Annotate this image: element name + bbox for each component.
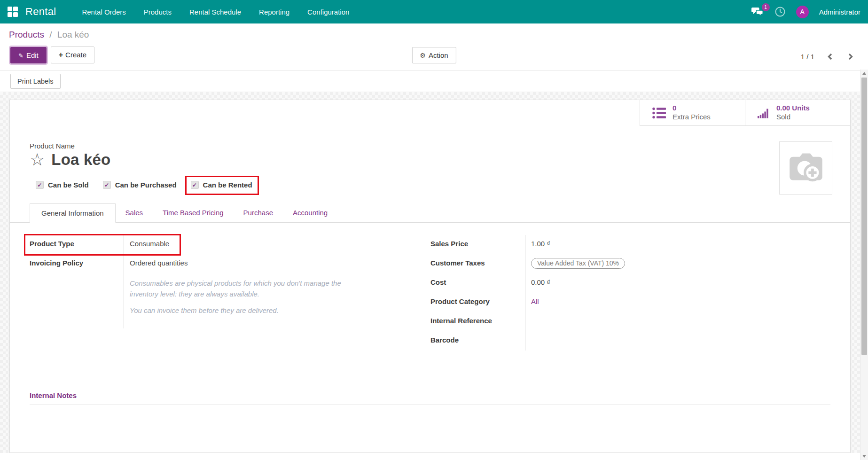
extra-prices-value: 0 [673,104,711,113]
message-count-badge: 1 [762,3,770,11]
product-category-link[interactable]: All [531,297,539,305]
breadcrumb-separator: / [49,30,52,39]
tab-purchase[interactable]: Purchase [234,203,283,223]
pager-prev-button[interactable] [827,53,834,60]
cost-label: Cost [430,273,525,293]
gear-icon: ⚙ [420,52,426,59]
customer-tax-tag[interactable]: Value Added Tax (VAT) 10% [531,258,625,269]
extra-prices-label: Extra Prices [673,113,711,122]
product-category-label: Product Category [430,293,525,312]
page: Rental Rental Orders Products Rental Sch… [0,0,868,460]
activity-clock-icon[interactable] [774,6,786,17]
internal-notes-section: Internal Notes [30,391,830,405]
main-menu: Rental Orders Products Rental Schedule R… [75,1,356,23]
extra-prices-stat-button[interactable]: 0 Extra Prices [640,100,745,126]
breadcrumb-products-link[interactable]: Products [9,30,44,39]
internal-reference-label: Internal Reference [430,312,525,331]
right-field-group: Sales Price 1.00 ₫ Customer Taxes Value … [430,235,705,351]
can-be-sold-option: Can be Sold [36,181,89,189]
notes-divider [30,404,830,405]
breadcrumb-current: Loa kéo [57,30,89,39]
barcode-label: Barcode [430,331,525,351]
units-sold-stat-button[interactable]: 0.00 Units Sold [745,100,850,126]
pager-next-button[interactable] [847,53,854,60]
user-avatar[interactable]: A [796,6,809,18]
user-menu[interactable]: Administrator [819,8,860,16]
content-area: 0 Extra Prices 0.00 Units Sold [0,92,868,453]
tab-general-information[interactable]: General Information [30,203,116,223]
product-form-sheet: 0 Extra Prices 0.00 Units Sold [9,100,851,453]
general-information-panel: Product Type Consumable Invoicing Policy… [30,235,830,355]
can-be-sold-checkbox[interactable] [36,181,44,189]
control-panel: Products / Loa kéo ✎Edit +Create ⚙Action… [0,23,868,70]
messages-icon[interactable]: 1 [751,7,764,17]
tab-sales[interactable]: Sales [116,203,153,223]
menu-configuration[interactable]: Configuration [300,1,356,23]
units-sold-label: Sold [776,113,810,122]
menu-rental-orders[interactable]: Rental Orders [75,1,133,23]
pager: 1 / 1 [801,53,854,61]
page-title: Loa kéo [51,151,110,169]
tab-time-based-pricing[interactable]: Time Based Pricing [153,203,234,223]
product-image-upload[interactable] [779,141,832,195]
edit-button[interactable]: ✎Edit [10,47,47,63]
pager-count: 1 / 1 [801,53,814,61]
tab-accounting[interactable]: Accounting [283,203,337,223]
stat-button-box: 0 Extra Prices 0.00 Units Sold [10,100,850,126]
camera-plus-icon [786,148,826,188]
barcode-value [525,331,705,351]
product-type-value: Consumable [124,235,415,254]
form-statusbar: Print Labels [0,70,868,92]
consumable-help-text: Consumables are physical products for wh… [124,273,415,328]
menu-rental-schedule[interactable]: Rental Schedule [182,1,248,23]
internal-notes-title[interactable]: Internal Notes [30,391,830,399]
favorite-star-icon[interactable]: ☆ [30,151,45,168]
list-icon [652,107,666,119]
units-sold-value: 0.00 Units [776,104,810,113]
form-tabs: General Information Sales Time Based Pri… [10,203,850,223]
menu-products[interactable]: Products [137,1,179,23]
bar-chart-icon [758,107,770,119]
scroll-down-arrow-icon[interactable] [862,455,866,458]
product-type-label: Product Type [30,235,124,254]
can-be-rented-option-highlighted: Can be Rented [191,181,252,189]
sales-price-label: Sales Price [430,235,525,254]
invoicing-policy-label: Invoicing Policy [30,254,124,273]
app-title[interactable]: Rental [25,6,56,18]
vertical-scrollbar[interactable] [860,70,868,460]
action-button[interactable]: ⚙Action [412,47,456,63]
top-navbar: Rental Rental Orders Products Rental Sch… [0,0,868,23]
plus-icon: + [59,51,63,59]
internal-reference-value [525,312,705,331]
create-button[interactable]: +Create [51,47,94,63]
sales-price-value: 1.00 ₫ [525,235,705,254]
scroll-up-arrow-icon[interactable] [862,72,866,75]
left-field-group: Product Type Consumable Invoicing Policy… [30,235,415,328]
can-be-purchased-checkbox[interactable] [103,181,111,189]
cost-value: 0.00 ₫ [525,273,705,293]
customer-taxes-label: Customer Taxes [430,254,525,273]
invoicing-policy-value: Ordered quantities [124,254,415,273]
product-name-label: Product Name [30,142,830,150]
breadcrumb: Products / Loa kéo [9,30,868,40]
print-labels-button[interactable]: Print Labels [10,74,61,89]
pencil-icon: ✎ [18,52,23,59]
capability-checkboxes: Can be Sold Can be Purchased Can be Rent… [36,181,830,189]
scrollbar-thumb[interactable] [861,78,867,355]
can-be-purchased-option: Can be Purchased [103,181,177,189]
menu-reporting[interactable]: Reporting [252,1,297,23]
apps-menu-icon[interactable] [8,7,18,17]
can-be-rented-checkbox[interactable] [191,181,199,189]
